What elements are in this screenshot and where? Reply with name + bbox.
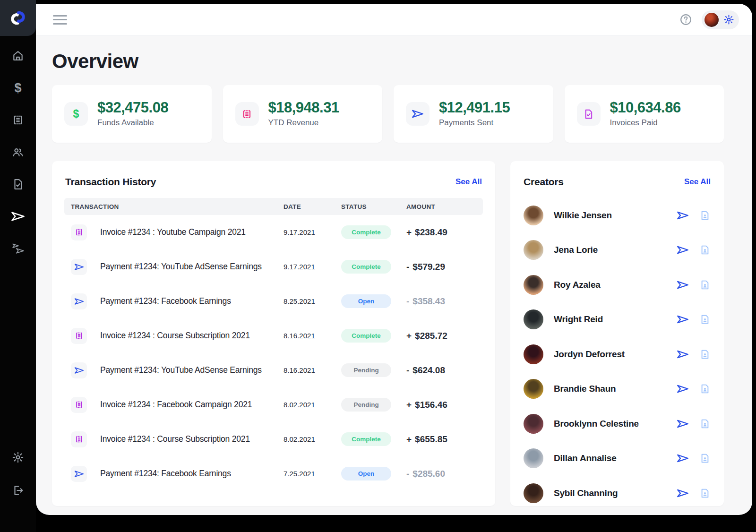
send-payment-icon[interactable] [677, 315, 689, 324]
avatar [524, 240, 543, 260]
send-payment-icon[interactable] [677, 280, 689, 290]
transaction-type-icon [71, 293, 87, 309]
status-badge: Complete [341, 225, 391, 239]
avatar [524, 483, 543, 503]
send-payment-icon[interactable] [677, 419, 689, 429]
stat-label: Payments Sent [439, 118, 510, 128]
sidebar-item-logout[interactable] [8, 480, 28, 501]
list-item: Sybil Channing [524, 476, 711, 506]
creators-see-all-link[interactable]: See All [684, 177, 711, 187]
profile-doc-icon[interactable] [699, 314, 711, 325]
receipt-icon [12, 114, 24, 126]
transaction-amount: +$285.72 [406, 331, 476, 341]
sidebar-item-home[interactable] [8, 45, 28, 66]
profile-doc-icon[interactable] [699, 383, 711, 395]
transaction-amount: -$624.08 [406, 365, 476, 376]
amount-sign: + [406, 331, 412, 341]
transaction-amount: -$358.43 [406, 296, 476, 307]
stat-card-funds-available: $ $32,475.08 Funds Available [52, 85, 212, 143]
stat-card-payments-sent: $12,491.15 Payments Sent [394, 85, 553, 143]
avatar [524, 344, 543, 364]
send-payment-icon[interactable] [677, 489, 689, 498]
status-badge: Complete [341, 432, 391, 446]
send-payment-icon[interactable] [677, 454, 689, 463]
logout-icon [12, 484, 24, 497]
sidebar-item-multi-send[interactable] [8, 238, 28, 259]
app-logo[interactable] [0, 0, 36, 36]
transaction-title: Payment #1234: Facebook Earnings [100, 469, 231, 479]
transaction-date: 9.17.2021 [284, 228, 341, 236]
sidebar-item-settings[interactable] [8, 447, 28, 468]
stat-label: Funds Available [97, 118, 168, 128]
stat-value: $10,634.86 [610, 100, 681, 116]
transaction-type-icon [71, 259, 87, 275]
send-payment-icon[interactable] [677, 350, 689, 359]
list-item: Jordyn Deforrest [524, 337, 711, 372]
sidebar-item-send[interactable] [8, 206, 28, 227]
main-window: Overview $ $32,475.08 Funds Available $1… [36, 4, 752, 515]
avatar [524, 275, 543, 295]
creator-name: Brandie Shaun [554, 384, 616, 394]
topbar-right [679, 10, 739, 29]
transaction-title: Invoice #1234 : Facebook Campaign 2021 [100, 400, 252, 410]
profile-doc-icon[interactable] [699, 244, 711, 256]
transaction-amount: +$156.46 [406, 400, 476, 410]
profile-doc-icon[interactable] [699, 488, 711, 499]
amount-sign: - [406, 296, 409, 307]
send-payment-icon[interactable] [677, 211, 689, 220]
list-item: Brooklynn Celestine [524, 406, 711, 441]
creator-name: Jordyn Deforrest [554, 349, 625, 360]
transaction-date: 8.02.2021 [284, 401, 341, 409]
settings-gear-icon[interactable] [723, 14, 734, 25]
sidebar-item-creators[interactable] [8, 142, 28, 163]
send-icon [406, 102, 430, 126]
hamburger-menu-icon[interactable] [53, 15, 67, 25]
transaction-date: 8.16.2021 [284, 366, 341, 374]
creator-name: Dillan Annalise [554, 453, 617, 463]
avatar [524, 309, 543, 329]
users-icon [12, 146, 24, 158]
amount-value: $579.29 [412, 262, 445, 272]
avatar [524, 448, 543, 468]
amount-value: $624.08 [412, 365, 445, 376]
creator-name: Wright Reid [554, 314, 603, 325]
amount-sign: + [406, 227, 412, 238]
transaction-title: Invoice #1234 : Youtube Campaign 2021 [100, 227, 246, 237]
home-icon [12, 50, 24, 62]
table-row: Payment #1234: YouTube AdSense Earnings … [71, 353, 476, 387]
sidebar-nav: $ [8, 45, 28, 259]
table-row: Invoice #1234 : Youtube Campaign 2021 9.… [71, 215, 476, 249]
sidebar-item-approvals[interactable] [8, 174, 28, 195]
amount-value: $238.49 [415, 227, 447, 238]
stat-card-ytd-revenue: $18,948.31 YTD Revenue [223, 85, 383, 143]
stat-label: YTD Revenue [268, 118, 339, 128]
profile-doc-icon[interactable] [699, 418, 711, 429]
profile-doc-icon[interactable] [699, 349, 711, 360]
sidebar-item-invoices[interactable] [8, 110, 28, 130]
amount-value: $156.46 [415, 400, 447, 410]
list-item: Dillan Annalise [524, 441, 711, 476]
avatar [524, 206, 543, 225]
avatar [524, 379, 543, 399]
avatar [524, 414, 543, 434]
account-pill [702, 10, 739, 29]
transactions-see-all-link[interactable]: See All [455, 177, 482, 187]
dollar-icon: $ [14, 82, 21, 94]
help-icon[interactable] [679, 13, 692, 26]
send-payment-icon[interactable] [677, 384, 689, 394]
profile-doc-icon[interactable] [699, 210, 711, 221]
sidebar-footer [8, 447, 28, 532]
doc-check-icon [577, 102, 601, 126]
profile-doc-icon[interactable] [699, 279, 711, 291]
transaction-type-icon [71, 431, 87, 447]
transaction-type-icon [71, 328, 87, 344]
table-row: Payment #1234: Facebook Earnings 8.25.20… [71, 284, 476, 318]
sidebar-item-funds[interactable]: $ [8, 77, 28, 98]
transaction-title: Payment #1234: Facebook Earnings [100, 296, 231, 306]
status-badge: Complete [341, 329, 391, 343]
table-row: Invoice #1234 : Course Subscription 2021… [71, 318, 476, 353]
status-badge: Open [341, 467, 391, 481]
send-payment-icon[interactable] [677, 245, 689, 255]
profile-doc-icon[interactable] [699, 453, 711, 464]
user-avatar[interactable] [704, 13, 719, 27]
